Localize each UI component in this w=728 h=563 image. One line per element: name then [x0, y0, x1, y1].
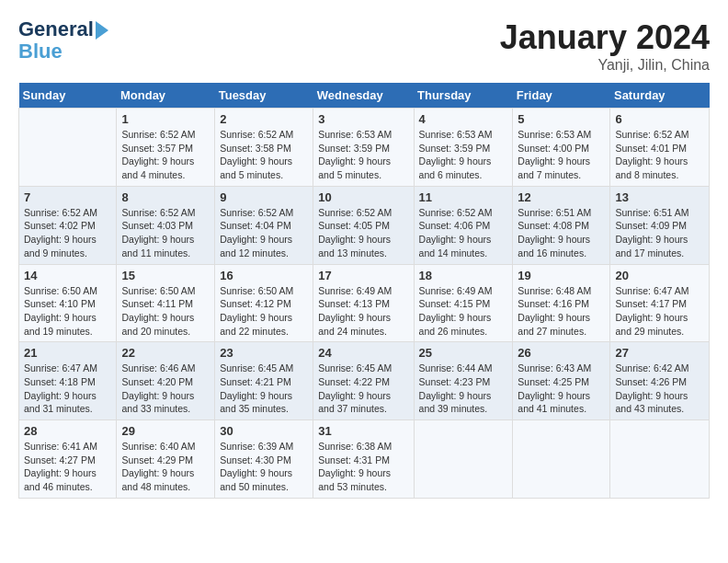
header-day-saturday: Saturday	[610, 83, 710, 109]
calendar-cell: 8Sunrise: 6:52 AMSunset: 4:03 PMDaylight…	[117, 186, 215, 264]
calendar-cell: 17Sunrise: 6:49 AMSunset: 4:13 PMDayligh…	[313, 264, 414, 342]
calendar-cell: 19Sunrise: 6:48 AMSunset: 4:16 PMDayligh…	[513, 264, 610, 342]
header-day-wednesday: Wednesday	[313, 83, 414, 109]
day-detail: Sunrise: 6:52 AMSunset: 4:02 PMDaylight:…	[24, 206, 111, 260]
calendar-cell: 29Sunrise: 6:40 AMSunset: 4:29 PMDayligh…	[117, 420, 215, 499]
day-detail: Sunrise: 6:43 AMSunset: 4:25 PMDaylight:…	[518, 362, 605, 416]
day-detail: Sunrise: 6:47 AMSunset: 4:18 PMDaylight:…	[24, 362, 111, 416]
calendar-cell: 30Sunrise: 6:39 AMSunset: 4:30 PMDayligh…	[215, 420, 313, 499]
day-number: 24	[318, 346, 408, 360]
calendar-cell: 7Sunrise: 6:52 AMSunset: 4:02 PMDaylight…	[19, 186, 117, 264]
calendar-cell: 15Sunrise: 6:50 AMSunset: 4:11 PMDayligh…	[117, 264, 215, 342]
logo: General Blue	[18, 18, 108, 63]
day-number: 30	[220, 424, 308, 438]
day-detail: Sunrise: 6:52 AMSunset: 3:58 PMDaylight:…	[220, 128, 308, 182]
day-detail: Sunrise: 6:49 AMSunset: 4:15 PMDaylight:…	[419, 284, 508, 339]
day-detail: Sunrise: 6:39 AMSunset: 4:30 PMDaylight:…	[220, 440, 308, 494]
calendar-cell: 13Sunrise: 6:51 AMSunset: 4:09 PMDayligh…	[610, 186, 710, 264]
main-title: January 2024	[500, 18, 710, 57]
day-detail: Sunrise: 6:49 AMSunset: 4:13 PMDaylight:…	[318, 284, 408, 339]
day-number: 8	[121, 190, 210, 204]
day-number: 25	[419, 346, 508, 360]
logo-text-line1: General	[18, 18, 94, 40]
calendar-cell: 4Sunrise: 6:53 AMSunset: 3:59 PMDaylight…	[414, 109, 513, 187]
calendar-cell	[414, 420, 513, 499]
day-detail: Sunrise: 6:53 AMSunset: 4:00 PMDaylight:…	[518, 128, 605, 182]
week-row-5: 28Sunrise: 6:41 AMSunset: 4:27 PMDayligh…	[19, 420, 710, 499]
day-number: 6	[615, 112, 704, 126]
day-detail: Sunrise: 6:53 AMSunset: 3:59 PMDaylight:…	[419, 128, 508, 182]
calendar-cell: 16Sunrise: 6:50 AMSunset: 4:12 PMDayligh…	[215, 264, 313, 342]
day-detail: Sunrise: 6:53 AMSunset: 3:59 PMDaylight:…	[318, 128, 408, 182]
day-number: 7	[24, 190, 111, 204]
day-number: 1	[121, 112, 210, 126]
calendar-cell: 5Sunrise: 6:53 AMSunset: 4:00 PMDaylight…	[513, 109, 610, 187]
day-number: 17	[318, 269, 408, 282]
day-detail: Sunrise: 6:52 AMSunset: 4:01 PMDaylight:…	[615, 128, 704, 182]
week-row-1: 1Sunrise: 6:52 AMSunset: 3:57 PMDaylight…	[19, 109, 710, 187]
week-row-2: 7Sunrise: 6:52 AMSunset: 4:02 PMDaylight…	[19, 186, 710, 264]
calendar-cell: 6Sunrise: 6:52 AMSunset: 4:01 PMDaylight…	[610, 109, 710, 187]
day-detail: Sunrise: 6:52 AMSunset: 4:03 PMDaylight:…	[121, 206, 210, 260]
calendar-cell: 14Sunrise: 6:50 AMSunset: 4:10 PMDayligh…	[19, 264, 117, 342]
day-detail: Sunrise: 6:45 AMSunset: 4:22 PMDaylight:…	[318, 362, 408, 416]
day-number: 16	[220, 269, 308, 282]
logo-text-line2: Blue	[18, 40, 108, 63]
day-detail: Sunrise: 6:52 AMSunset: 3:57 PMDaylight:…	[121, 128, 210, 182]
day-number: 2	[220, 112, 308, 126]
calendar-cell: 31Sunrise: 6:38 AMSunset: 4:31 PMDayligh…	[313, 420, 414, 499]
day-number: 23	[220, 346, 308, 360]
calendar-cell: 11Sunrise: 6:52 AMSunset: 4:06 PMDayligh…	[414, 186, 513, 264]
day-detail: Sunrise: 6:52 AMSunset: 4:05 PMDaylight:…	[318, 206, 408, 260]
day-number: 29	[121, 424, 210, 438]
calendar-cell	[19, 109, 117, 187]
page-header: General Blue January 2024 Yanji, Jilin, …	[18, 18, 710, 74]
calendar-cell: 3Sunrise: 6:53 AMSunset: 3:59 PMDaylight…	[313, 109, 414, 187]
day-detail: Sunrise: 6:47 AMSunset: 4:17 PMDaylight:…	[615, 284, 704, 339]
day-detail: Sunrise: 6:38 AMSunset: 4:31 PMDaylight:…	[318, 440, 408, 494]
day-detail: Sunrise: 6:51 AMSunset: 4:09 PMDaylight:…	[615, 206, 704, 260]
calendar-cell	[610, 420, 710, 499]
day-detail: Sunrise: 6:44 AMSunset: 4:23 PMDaylight:…	[419, 362, 508, 416]
day-detail: Sunrise: 6:41 AMSunset: 4:27 PMDaylight:…	[24, 440, 111, 494]
calendar-cell: 12Sunrise: 6:51 AMSunset: 4:08 PMDayligh…	[513, 186, 610, 264]
day-number: 3	[318, 112, 408, 126]
day-detail: Sunrise: 6:42 AMSunset: 4:26 PMDaylight:…	[615, 362, 704, 416]
day-number: 11	[419, 190, 508, 204]
header-day-tuesday: Tuesday	[215, 83, 313, 109]
day-number: 28	[24, 424, 111, 438]
day-detail: Sunrise: 6:51 AMSunset: 4:08 PMDaylight:…	[518, 206, 605, 260]
calendar-cell: 24Sunrise: 6:45 AMSunset: 4:22 PMDayligh…	[313, 342, 414, 420]
title-block: January 2024 Yanji, Jilin, China	[500, 18, 710, 74]
day-number: 13	[615, 190, 704, 204]
day-detail: Sunrise: 6:45 AMSunset: 4:21 PMDaylight:…	[220, 362, 308, 416]
header-day-sunday: Sunday	[19, 83, 117, 109]
day-detail: Sunrise: 6:50 AMSunset: 4:10 PMDaylight:…	[24, 284, 111, 339]
header-row: SundayMondayTuesdayWednesdayThursdayFrid…	[19, 83, 710, 109]
day-number: 10	[318, 190, 408, 204]
day-number: 21	[24, 346, 111, 360]
day-detail: Sunrise: 6:52 AMSunset: 4:04 PMDaylight:…	[220, 206, 308, 260]
header-day-monday: Monday	[117, 83, 215, 109]
day-detail: Sunrise: 6:40 AMSunset: 4:29 PMDaylight:…	[121, 440, 210, 494]
subtitle: Yanji, Jilin, China	[500, 57, 710, 74]
week-row-3: 14Sunrise: 6:50 AMSunset: 4:10 PMDayligh…	[19, 264, 710, 342]
day-detail: Sunrise: 6:46 AMSunset: 4:20 PMDaylight:…	[121, 362, 210, 416]
day-number: 26	[518, 346, 605, 360]
day-number: 18	[419, 269, 508, 282]
logo-arrow-icon	[96, 21, 108, 40]
day-number: 19	[518, 269, 605, 282]
calendar-table: SundayMondayTuesdayWednesdayThursdayFrid…	[18, 83, 710, 499]
day-detail: Sunrise: 6:48 AMSunset: 4:16 PMDaylight:…	[518, 284, 605, 339]
header-day-friday: Friday	[513, 83, 610, 109]
calendar-cell: 21Sunrise: 6:47 AMSunset: 4:18 PMDayligh…	[19, 342, 117, 420]
calendar-cell: 10Sunrise: 6:52 AMSunset: 4:05 PMDayligh…	[313, 186, 414, 264]
day-detail: Sunrise: 6:52 AMSunset: 4:06 PMDaylight:…	[419, 206, 508, 260]
calendar-cell: 2Sunrise: 6:52 AMSunset: 3:58 PMDaylight…	[215, 109, 313, 187]
calendar-cell: 20Sunrise: 6:47 AMSunset: 4:17 PMDayligh…	[610, 264, 710, 342]
week-row-4: 21Sunrise: 6:47 AMSunset: 4:18 PMDayligh…	[19, 342, 710, 420]
day-detail: Sunrise: 6:50 AMSunset: 4:11 PMDaylight:…	[121, 284, 210, 339]
day-number: 20	[615, 269, 704, 282]
day-number: 5	[518, 112, 605, 126]
day-number: 22	[121, 346, 210, 360]
